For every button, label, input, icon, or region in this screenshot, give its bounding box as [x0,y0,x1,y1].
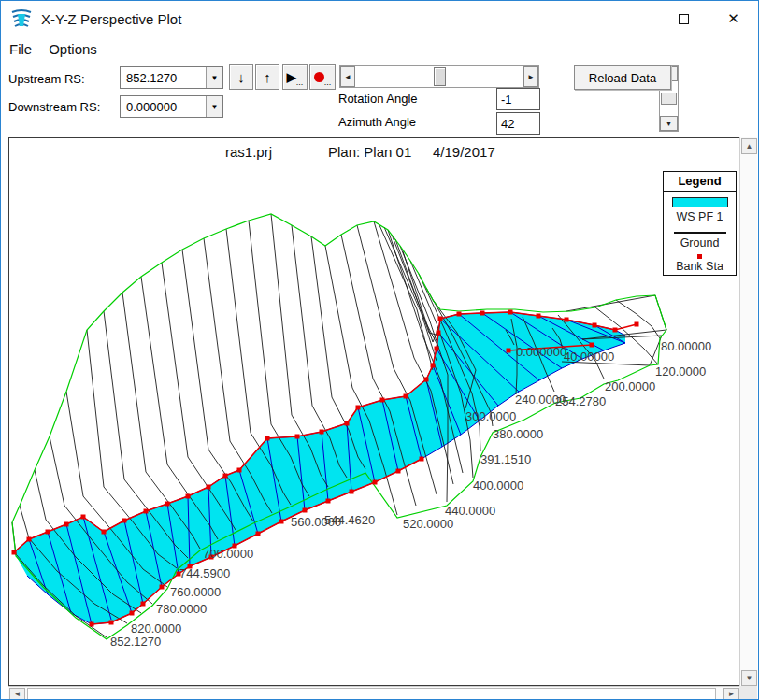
bank-station-dot [303,508,308,513]
hscroll-thumb[interactable] [27,688,716,700]
bank-station-dot [373,480,378,485]
plan-name: Plan: Plan 01 [328,144,411,160]
spinner-thumb[interactable] [661,93,677,105]
station-label: 520.0000 [403,517,453,531]
station-label: 200.0000 [605,379,655,393]
station-label: 254.2780 [555,394,606,408]
scroll-left-arrow[interactable]: ◄ [9,688,25,700]
title-bar: X-Y-Z Perspective Plot — ✕ [1,1,758,36]
bank-station-dot [356,406,361,410]
bank-station-dot [102,530,107,535]
bank-station-dot [207,485,211,490]
bank-station-dot [350,490,354,494]
azimuth-angle-label: Azimuth Angle [338,115,416,129]
maximize-button[interactable] [659,1,709,36]
scroll-up-arrow[interactable]: ▲ [741,138,757,154]
bank-station-dot [420,457,424,462]
record-button[interactable]: ... [309,64,336,90]
chevron-down-icon[interactable]: ▼ [206,96,222,117]
reload-data-button[interactable]: Reload Data [574,65,671,90]
bank-station-dot [435,347,439,351]
bank-station-dot [404,394,408,399]
rotation-slider[interactable]: ◄ ► [339,65,539,88]
legend-ground-label: Ground [664,236,736,251]
bank-station-dot [345,421,350,426]
bank-station-dot [537,314,541,319]
play-icon: ▶ [287,70,296,84]
azimuth-angle-input[interactable]: 42 [496,112,540,135]
slider-left-arrow[interactable]: ◄ [340,66,355,87]
bank-station-dot [144,509,149,514]
bank-station-dot [46,530,50,535]
bank-sta-swatch [697,254,702,259]
plan-date: 4/19/2017 [433,144,495,160]
bank-station-dot [27,537,32,542]
ground-line-swatch [674,232,726,234]
cross-section-line [392,235,438,347]
cross-section-line [380,225,433,370]
cross-section-line [395,239,439,336]
station-label: 40.00000 [564,350,614,364]
slider-right-arrow[interactable]: ► [523,66,538,87]
downstream-rs-label: Downstream RS: [8,100,100,114]
bank-station-dot [431,364,436,368]
toolbar: Upstream RS: 852.1270 ▼ Downstream RS: 0… [1,61,758,137]
station-label: 544.4620 [324,513,375,527]
chevron-down-icon[interactable]: ▼ [206,67,222,88]
bank-station-dot [265,436,270,441]
spinner-down-arrow[interactable]: ▼ [660,116,678,131]
step-downstream-button[interactable]: ↓ [229,64,253,90]
close-icon: ✕ [727,10,739,27]
animate-play-button[interactable]: ▶... [282,64,308,90]
maximize-icon [679,14,689,24]
station-label: 380.0000 [493,427,543,441]
vertical-scrollbar[interactable]: ▲ ▼ [739,137,757,687]
upstream-rs-label: Upstream RS: [8,72,85,86]
bank-station-dot [130,611,135,616]
station-label: 80.00000 [661,339,711,353]
downstream-rs-combo[interactable]: 0.000000 ▼ [120,95,223,118]
scroll-down-arrow[interactable]: ▼ [741,670,757,686]
close-button[interactable]: ✕ [709,1,758,36]
bank-station-dot [326,499,331,504]
bank-station-dot [223,474,228,479]
station-label: 744.5900 [179,566,230,580]
cross-section-line [616,300,660,338]
menu-file[interactable]: File [1,39,40,59]
bank-station-dot [565,318,569,322]
station-label: 700.0000 [203,547,253,561]
bank-station-dot [480,311,485,316]
upstream-rs-value: 852.1270 [121,67,206,88]
bank-station-dot [81,515,86,520]
scrollbar-corner [739,686,757,700]
upstream-rs-combo[interactable]: 852.1270 ▼ [120,66,223,89]
window-title: X-Y-Z Perspective Plot [41,11,181,27]
bank-station-dot [64,522,69,527]
bank-station-dot [279,520,284,524]
station-label: 300.0000 [465,409,516,423]
bank-station-dot [508,310,513,315]
legend-ws-label: WS PF 1 [664,210,736,225]
bank-station-dot [122,519,127,523]
bank-station-dot [90,622,94,627]
slider-thumb[interactable] [434,67,446,86]
rotation-angle-label: Rotation Angle [338,92,418,106]
menu-options[interactable]: Options [40,39,106,59]
menu-bar: File Options [1,36,758,61]
legend-bank-label: Bank Sta [664,260,736,275]
rotation-angle-input[interactable]: -1 [496,88,540,110]
horizontal-scrollbar[interactable]: ◄ ► [8,686,740,700]
bank-station-dot [437,331,441,336]
water-surface [14,312,625,624]
up-arrow-icon: ↑ [264,69,271,85]
app-window: X-Y-Z Perspective Plot — ✕ File Options … [0,0,759,700]
station-label: 120.0000 [655,364,706,379]
bank-station-dot [141,602,146,607]
bank-station-dot [186,494,191,499]
step-upstream-button[interactable]: ↑ [255,64,279,90]
app-icon [9,7,34,30]
bank-station-dot [237,468,242,473]
scroll-right-arrow[interactable]: ► [723,688,739,700]
bank-station-dot [320,430,324,435]
minimize-button[interactable]: — [609,1,659,36]
